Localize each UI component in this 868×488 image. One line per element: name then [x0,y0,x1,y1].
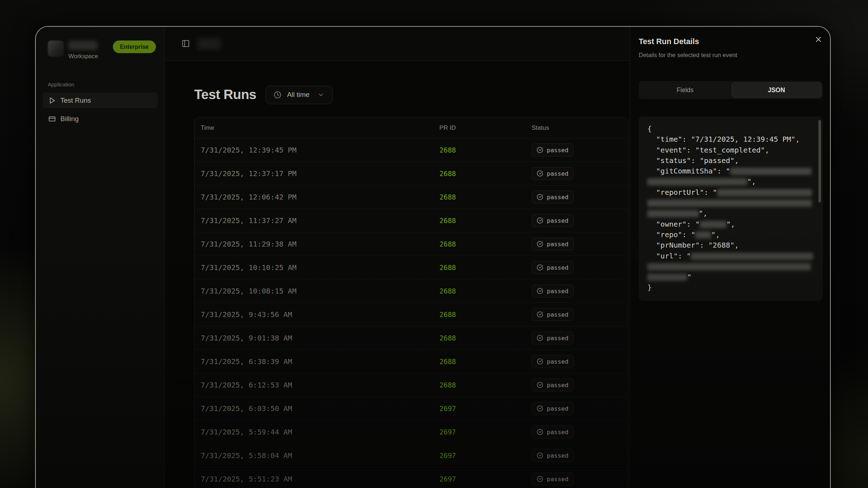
sidebar-item-billing[interactable]: Billing [43,111,158,127]
row-pr-id[interactable]: 2688 [439,311,532,318]
json-line [647,261,814,272]
clock-icon [274,91,281,99]
row-time: 7/31/2025, 12:06:42 PM [195,193,439,201]
table-row[interactable]: 7/31/2025, 12:39:45 PM 2688 passed [195,138,628,162]
tab-json[interactable]: JSON [732,82,822,98]
row-status: passed [532,284,628,297]
table-row[interactable]: 7/31/2025, 9:43:56 AM 2688 passed [195,303,628,326]
row-time: 7/31/2025, 11:29:38 AM [195,240,439,248]
tab-fields[interactable]: Fields [640,82,730,98]
row-pr-id[interactable]: 2697 [439,475,532,483]
redacted-text [647,263,811,270]
table-row[interactable]: 7/31/2025, 6:03:50 AM 2697 passed [195,397,628,420]
json-line: ", [647,176,814,187]
sidebar-item-test-runs[interactable]: Test Runs [43,93,158,108]
row-pr-id[interactable]: 2688 [439,334,532,342]
json-text: "url": " [647,252,691,260]
json-scrollbar-thumb[interactable] [818,120,821,202]
json-line: "gitCommitSha": " [647,166,814,176]
json-text: ", [711,230,720,239]
status-badge: passed [532,331,574,344]
row-pr-id[interactable]: 2688 [439,193,532,201]
row-status: passed [532,308,628,321]
row-time: 7/31/2025, 6:12:53 AM [195,381,439,389]
json-content: { "time": "7/31/2025, 12:39:45 PM", "eve… [647,124,814,293]
row-time: 7/31/2025, 12:37:17 PM [195,169,439,178]
check-circle-icon [537,405,543,412]
status-badge: passed [532,191,574,204]
json-text: "event": "test_completed", [647,146,769,154]
status-label: passed [547,170,569,177]
play-icon [48,97,56,104]
json-line: } [647,282,814,293]
sidebar-section-label: Application [48,81,165,87]
json-line: "prNumber": "2688", [647,240,814,251]
status-badge: passed [532,449,574,462]
redacted-text [691,253,813,260]
row-time: 7/31/2025, 6:38:39 AM [195,357,439,366]
json-text: "gitCommitSha": " [647,167,730,175]
row-pr-id[interactable]: 2688 [439,240,532,248]
sidebar-toggle-icon[interactable] [182,39,190,48]
table-row[interactable]: 7/31/2025, 11:29:38 AM 2688 passed [195,232,628,256]
row-time: 7/31/2025, 9:43:56 AM [195,310,439,319]
status-label: passed [547,147,569,154]
json-line [647,198,814,208]
chevron-down-icon [318,91,324,98]
status-label: passed [547,194,569,201]
row-time: 7/31/2025, 10:10:25 AM [195,263,439,272]
row-pr-id[interactable]: 2697 [439,428,532,436]
row-pr-id[interactable]: 2688 [439,264,532,271]
check-circle-icon [537,147,543,153]
row-pr-id[interactable]: 2688 [439,217,532,224]
json-viewer: { "time": "7/31/2025, 12:39:45 PM", "eve… [639,116,823,301]
table-row[interactable]: 7/31/2025, 5:51:23 AM 2697 passed [195,467,628,488]
sidebar-item-label: Test Runs [60,97,91,104]
row-pr-id[interactable]: 2697 [439,404,532,412]
json-line: "repo": "", [647,230,814,240]
table-row[interactable]: 7/31/2025, 5:58:04 AM 2697 passed [195,444,628,467]
json-line: "time": "7/31/2025, 12:39:45 PM", [647,134,814,145]
status-badge: passed [532,144,574,157]
status-label: passed [547,405,569,412]
time-filter-dropdown[interactable]: All time [265,86,333,104]
row-pr-id[interactable]: 2697 [439,451,532,459]
check-circle-icon [537,358,543,365]
json-text: ", [727,220,735,228]
row-time: 7/31/2025, 11:37:27 AM [195,216,439,225]
check-circle-icon [537,170,543,177]
json-text: "repo": " [647,230,695,239]
page-title: Test Runs [194,87,256,102]
credit-card-icon [48,115,56,123]
row-pr-id[interactable]: 2688 [439,287,532,295]
table-row[interactable]: 7/31/2025, 10:08:15 AM 2688 passed [195,279,628,303]
table-row[interactable]: 7/31/2025, 9:01:38 AM 2688 passed [195,326,628,350]
table-row[interactable]: 7/31/2025, 11:37:27 AM 2688 passed [195,209,628,232]
workspace-switcher[interactable]: Workspace Enterprise [48,40,156,60]
main-area: Test Runs All time Time PR ID Status 7/3… [165,27,630,488]
table-row[interactable]: 7/31/2025, 12:37:17 PM 2688 passed [195,162,628,185]
table-row[interactable]: 7/31/2025, 6:12:53 AM 2688 passed [195,373,628,397]
table-row[interactable]: 7/31/2025, 6:38:39 AM 2688 passed [195,350,628,373]
row-pr-id[interactable]: 2688 [439,381,532,389]
panel-subtitle: Details for the selected test run event [639,52,823,59]
table-row[interactable]: 7/31/2025, 12:06:42 PM 2688 passed [195,185,628,209]
row-status: passed [532,167,628,180]
plan-badge: Enterprise [113,40,156,53]
sidebar-item-label: Billing [60,115,79,123]
status-label: passed [547,476,569,483]
row-pr-id[interactable]: 2688 [439,358,532,365]
table-row[interactable]: 7/31/2025, 5:59:44 AM 2697 passed [195,420,628,444]
close-panel-button[interactable] [814,35,823,44]
status-label: passed [547,217,569,224]
row-pr-id[interactable]: 2688 [439,170,532,177]
json-line: " [647,272,814,282]
table-row[interactable]: 7/31/2025, 10:10:25 AM 2688 passed [195,256,628,279]
row-status: passed [532,331,628,344]
row-pr-id[interactable]: 2688 [439,146,532,154]
status-label: passed [547,452,569,459]
table-body: 7/31/2025, 12:39:45 PM 2688 passed 7/31/… [195,138,628,488]
row-status: passed [532,355,628,368]
status-label: passed [547,288,569,295]
workspace-name-redacted [68,41,97,50]
